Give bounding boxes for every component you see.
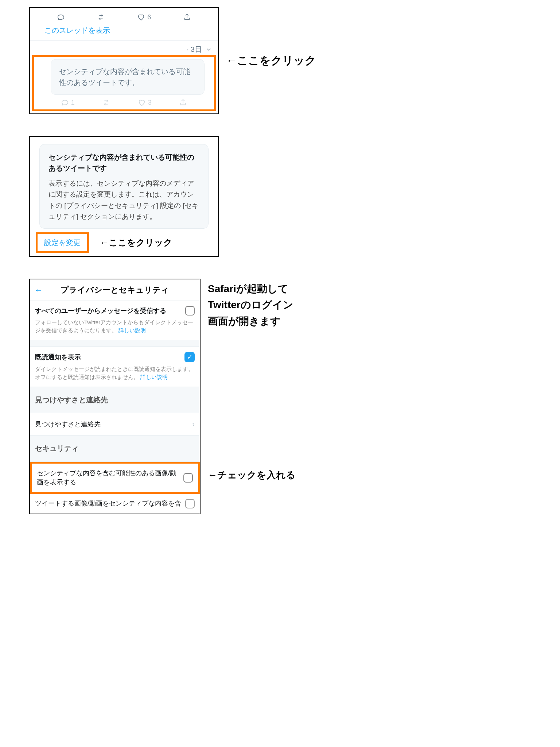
learn-more-link[interactable]: 詳しい説明 [118,327,146,333]
share-icon [183,13,191,21]
back-button[interactable]: ← [34,285,43,295]
share-button-faded [179,98,187,107]
reply-icon [57,13,65,21]
reply-button-faded: 1 [61,98,75,107]
nav-label: 見つけやすさと連絡先 [35,420,101,429]
sensitive-detail-panel: センシティブな内容が含まれている可能性のあるツイートです 表示するには、センシテ… [29,136,219,257]
like-button[interactable]: 6 [137,13,151,21]
setting-label: ツイートする画像/動画をセンシティブな内容を含 [35,499,181,508]
annotation-click-here-1: ←ここをクリック [226,53,316,68]
retweet-icon [97,13,105,21]
chevron-right-icon: › [192,420,195,428]
privacy-settings-panel: ← プライバシーとセキュリティ すべてのユーザーからメッセージを受信する フォロ… [29,279,201,514]
settings-header: ← プライバシーとセキュリティ [30,279,200,301]
checkbox-checked-icon[interactable]: ✓ [184,352,195,362]
reply-button[interactable] [57,13,65,21]
show-thread-link[interactable]: このスレッドを表示 [30,23,218,40]
timestamp: · 3日 [187,44,202,54]
settings-title: プライバシーとセキュリティ [43,285,187,295]
checkbox-empty-icon[interactable] [185,499,195,508]
heart-icon [137,13,145,21]
retweet-icon [102,98,110,107]
nav-discoverability[interactable]: 見つけやすさと連絡先 › [30,413,200,436]
sensitive-warning[interactable]: センシティブな内容が含まれている可能性のあるツイートです。 [51,59,205,95]
checkbox-empty-icon[interactable] [183,473,193,483]
change-settings-highlight: 設定を変更 [36,232,89,253]
checkbox-empty-icon[interactable] [185,306,195,316]
tweet-meta: · 3日 [30,41,218,55]
chevron-down-icon[interactable] [206,46,212,53]
setting-mark-sensitive[interactable]: ツイートする画像/動画をセンシティブな内容を含 [30,494,200,514]
setting-receive-dm[interactable]: すべてのユーザーからメッセージを受信する フォローしていないTwitterアカウ… [30,301,200,340]
section-security: セキュリティ [30,436,200,462]
annotation-check-this: ←チェックを入れる [208,469,296,481]
share-button[interactable] [183,13,191,21]
setting-read-receipts[interactable]: 既読通知を表示 ✓ ダイレクトメッセージが読まれたときに既読通知を表示します。オ… [30,347,200,387]
heart-icon [138,98,146,107]
setting-description: フォローしていないTwitterアカウントからもダイレクトメッセージを受信できる… [35,318,195,335]
section-discoverability: 見つけやすさと連絡先 [30,387,200,413]
retweet-button-faded [102,98,110,107]
setting-label: センシティブな内容を含む可能性のある画像/動画を表示する [37,469,180,487]
sensitive-card: センシティブな内容が含まれている可能性のあるツイートです 表示するには、センシテ… [39,144,209,229]
sensitive-body: 表示するには、センシティブな内容のメディアに関する設定を変更します。これは、アカ… [48,178,199,222]
annotation-safari-login: Safariが起動してTwitterのログイン画面が開きます [208,281,293,330]
like-button-faded: 3 [138,98,152,107]
setting-description: ダイレクトメッセージが読まれたときに既読通知を表示します。オフにすると既読通知は… [35,365,195,382]
sensitive-title: センシティブな内容が含まれている可能性のあるツイートです [48,152,199,174]
retweet-button[interactable] [97,13,105,21]
setting-label: すべてのユーザーからメッセージを受信する [35,306,166,315]
setting-display-sensitive-media[interactable]: センシティブな内容を含む可能性のある画像/動画を表示する [30,462,200,494]
setting-label: 既読通知を表示 [35,353,81,361]
like-count: 6 [147,13,151,21]
change-settings-link[interactable]: 設定を変更 [44,239,81,247]
annotation-click-here-2: ←ここをクリック [100,237,172,248]
tweet-panel: 6 このスレッドを表示 · 3日 センシティブな内容が含まれている可能性のあるツ… [29,7,219,114]
tweet-action-bar: 6 [30,8,218,23]
share-icon [179,98,187,107]
reply-icon [61,98,69,107]
tweet-action-bar-faded: 1 3 [36,98,212,107]
learn-more-link[interactable]: 詳しい説明 [140,374,168,380]
sensitive-highlight: センシティブな内容が含まれている可能性のあるツイートです。 1 3 [32,55,216,111]
